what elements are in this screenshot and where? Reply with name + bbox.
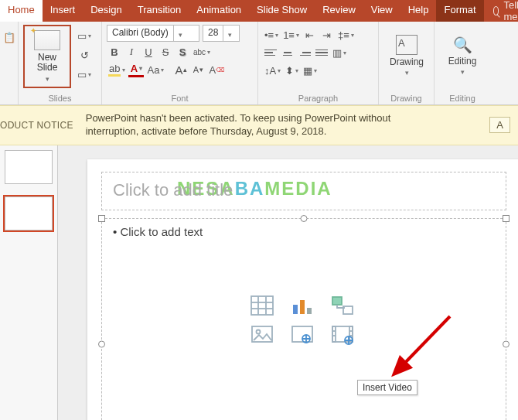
annotation-arrow xyxy=(388,310,458,380)
indent-inc-button[interactable]: ⇥ xyxy=(319,27,335,43)
insert-picture-icon[interactable] xyxy=(249,324,275,346)
group-label-paragraph: Paragraph xyxy=(258,94,378,103)
tab-design[interactable]: Design xyxy=(83,0,129,22)
clear-format-button[interactable]: A⌫ xyxy=(207,62,226,77)
work-area: NESABAMEDIA Click to add title Click to … xyxy=(0,145,518,420)
char-spacing-button[interactable]: abc xyxy=(192,44,212,60)
drawing-button[interactable]: A Drawing▾ xyxy=(383,25,430,87)
notice-label: ODUCT NOTICE xyxy=(0,120,77,131)
grow-font-button[interactable]: A▴ xyxy=(173,62,189,77)
slide-thumb-2[interactable] xyxy=(5,196,53,230)
svg-rect-8 xyxy=(332,297,342,305)
align-center-button[interactable] xyxy=(280,45,295,60)
indent-dec-button[interactable]: ⇤ xyxy=(302,27,318,43)
strike-button[interactable]: S xyxy=(158,44,173,60)
align-right-button[interactable] xyxy=(297,45,312,60)
insert-table-icon[interactable] xyxy=(249,295,275,316)
tab-format[interactable]: Format xyxy=(436,0,483,22)
group-label-slides: Slides xyxy=(19,94,101,103)
underline-button[interactable]: U xyxy=(141,44,156,60)
notice-text: PowerPoint hasn't been activated. To kee… xyxy=(86,112,418,138)
svg-point-11 xyxy=(257,330,261,333)
insert-video-icon[interactable] xyxy=(329,324,356,346)
editing-button[interactable]: 🔍 Editing▾ xyxy=(439,25,486,87)
reset-button[interactable]: ↺ xyxy=(76,47,93,63)
tab-help[interactable]: Help xyxy=(400,0,437,22)
insert-online-picture-icon[interactable] xyxy=(289,324,315,346)
numbering-button[interactable]: 1≡ xyxy=(281,27,301,43)
content-placeholder[interactable]: Click to add text Insert Video xyxy=(101,218,506,420)
text-direction-button[interactable]: ↕A xyxy=(263,63,282,78)
tab-home[interactable]: Home xyxy=(0,0,43,22)
slide[interactable]: NESABAMEDIA Click to add title Click to … xyxy=(87,159,518,420)
content-icon-grid xyxy=(249,295,359,346)
ribbon-tabs: Home Insert Design Transition Animation … xyxy=(0,0,518,22)
paste-icon[interactable]: 📋 xyxy=(2,29,17,45)
insert-chart-icon[interactable] xyxy=(289,295,315,316)
svg-line-22 xyxy=(402,316,450,366)
align-left-button[interactable] xyxy=(263,45,278,60)
new-slide-button[interactable]: New Slide ▾ xyxy=(23,25,71,88)
layout-button[interactable]: ▭ xyxy=(76,28,93,43)
tell-me[interactable]: Tell me xyxy=(484,0,518,22)
tab-animation[interactable]: Animation xyxy=(189,0,249,22)
section-button[interactable]: ▭ xyxy=(76,67,93,82)
tab-slideshow[interactable]: Slide Show xyxy=(249,0,315,22)
drawing-icon: A xyxy=(396,35,417,55)
shrink-font-button[interactable]: A▾ xyxy=(190,62,206,77)
font-color-button[interactable]: A xyxy=(128,62,144,77)
bold-button[interactable]: B xyxy=(107,44,122,60)
highlight-button[interactable]: ab xyxy=(107,62,127,77)
justify-button[interactable] xyxy=(314,45,329,60)
shadow-button[interactable]: S xyxy=(175,44,190,60)
search-icon xyxy=(493,6,499,15)
svg-rect-0 xyxy=(251,296,273,315)
line-spacing-button[interactable]: ‡≡ xyxy=(336,27,356,43)
thumbnail-panel[interactable] xyxy=(0,145,58,420)
slide-canvas-wrap: NESABAMEDIA Click to add title Click to … xyxy=(58,145,518,420)
svg-rect-7 xyxy=(307,308,312,314)
svg-rect-5 xyxy=(293,305,298,314)
find-icon: 🔍 xyxy=(453,36,472,54)
group-label-editing: Editing xyxy=(435,94,490,103)
new-slide-icon xyxy=(34,30,60,50)
tab-view[interactable]: View xyxy=(363,0,400,22)
group-label-font: Font xyxy=(102,94,257,103)
svg-rect-6 xyxy=(300,300,305,314)
change-case-button[interactable]: Aa xyxy=(145,62,165,77)
content-text[interactable]: Click to add text xyxy=(113,225,495,238)
insert-smartart-icon[interactable] xyxy=(329,295,356,316)
product-notice-bar: ODUCT NOTICE PowerPoint hasn't been acti… xyxy=(0,105,518,145)
bullets-button[interactable]: •≡ xyxy=(263,27,280,43)
italic-button[interactable]: I xyxy=(124,44,139,60)
insert-video-tooltip: Insert Video xyxy=(357,380,417,395)
tab-review[interactable]: Review xyxy=(315,0,363,22)
font-family-combo[interactable]: Calibri (Body)▾ xyxy=(107,25,199,42)
activate-button[interactable]: A xyxy=(489,117,510,133)
group-label-drawing: Drawing xyxy=(379,94,434,103)
smartart-button[interactable]: ▦ xyxy=(302,63,319,78)
tab-transition[interactable]: Transition xyxy=(130,0,189,22)
font-size-combo[interactable]: 28▾ xyxy=(203,25,240,42)
ribbon: 📋 New Slide ▾ ▭ ↺ ▭ Slides Calibri (Body… xyxy=(0,22,518,105)
slide-thumb-1[interactable] xyxy=(5,150,53,184)
tab-insert[interactable]: Insert xyxy=(43,0,83,22)
title-placeholder[interactable]: Click to add title xyxy=(101,172,506,210)
align-text-button[interactable]: ⬍ xyxy=(284,63,300,78)
svg-rect-15 xyxy=(332,326,336,342)
columns-button[interactable]: ▥ xyxy=(331,45,348,60)
